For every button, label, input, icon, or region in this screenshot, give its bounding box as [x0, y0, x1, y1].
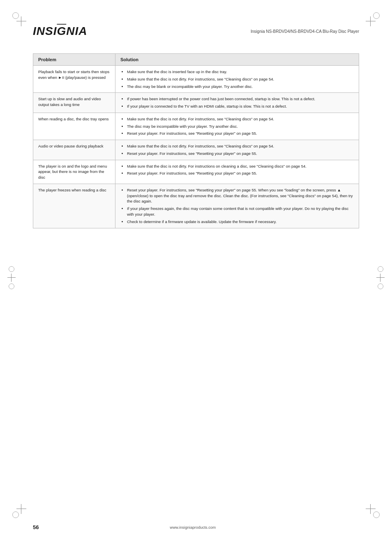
table-row: Playback fails to start or starts then s…	[33, 66, 359, 93]
side-dot-right-top	[378, 266, 383, 272]
solution-cell: Make sure that the disc is not dirty. Fo…	[115, 140, 359, 160]
side-dot-left-top	[9, 266, 14, 272]
side-cross-right	[376, 274, 385, 282]
side-dot-right-bottom	[378, 283, 383, 289]
list-item: If your player is connected to the TV wi…	[127, 104, 354, 109]
list-item: Reset your player. For instructions, see…	[127, 151, 354, 157]
header-subtitle: Insignia NS-BRDVD4/NS-BRDVD4-CA Blu-Ray …	[251, 29, 359, 34]
page-number: 56	[33, 524, 39, 530]
list-item: Make sure that the disc is not dirty. Fo…	[127, 76, 354, 82]
corner-circle-tr	[373, 12, 380, 19]
logo: INSIGNIA	[33, 25, 87, 38]
solution-list: Make sure that the disc is not dirty. Fo…	[120, 116, 354, 136]
solution-list: Reset your player. For instructions, see…	[120, 187, 354, 225]
table-row: Start up is slow and audio and video out…	[33, 93, 359, 113]
problem-cell: The player freezes when reading a disc	[33, 184, 115, 228]
problem-cell: The player is on and the logo and menu a…	[33, 160, 115, 184]
corner-circle-bl	[12, 511, 19, 518]
problem-cell: When reading a disc, the disc tray opens	[33, 113, 115, 140]
solution-cell: Reset your player. For instructions, see…	[115, 184, 359, 228]
problem-cell: Start up is slow and audio and video out…	[33, 93, 115, 113]
table-row: Audio or video pause during playbackMake…	[33, 140, 359, 160]
list-item: Reset your player. For instructions, see…	[127, 170, 354, 176]
list-item: Reset your player. For instructions, see…	[127, 187, 354, 204]
corner-circle-br	[373, 511, 380, 518]
solution-cell: Make sure that the disc is inserted face…	[115, 66, 359, 93]
list-item: Make sure that the disc is not dirty. Fo…	[127, 164, 354, 169]
side-dot-left-bottom	[9, 283, 14, 289]
list-item: The disc may be blank or incompatible wi…	[127, 84, 354, 90]
troubleshoot-table: Problem Solution Playback fails to start…	[33, 53, 359, 228]
col-solution-header: Solution	[115, 54, 359, 66]
table-row: The player is on and the logo and menu a…	[33, 160, 359, 184]
problem-cell: Audio or video pause during playback	[33, 140, 115, 160]
table-row: The player freezes when reading a discRe…	[33, 184, 359, 228]
list-item: Make sure that the disc is not dirty. Fo…	[127, 116, 354, 122]
list-item: Check to determine if a firmware update …	[127, 219, 354, 225]
list-item: Make sure that the disc is not dirty. Fo…	[127, 143, 354, 149]
list-item: The disc may be incompatible with your p…	[127, 124, 354, 129]
solution-list: Make sure that the disc is inserted face…	[120, 69, 354, 89]
problem-cell: Playback fails to start or starts then s…	[33, 66, 115, 93]
footer-url: www.insigniaproducts.com	[39, 525, 347, 530]
side-mark-right	[376, 266, 385, 289]
table-row: When reading a disc, the disc tray opens…	[33, 113, 359, 140]
page: INSIGNIA Insignia NS-BRDVD4/NS-BRDVD4-CA…	[0, 0, 392, 555]
header: INSIGNIA Insignia NS-BRDVD4/NS-BRDVD4-CA…	[33, 25, 359, 41]
list-item: Reset your player. For instructions, see…	[127, 131, 354, 136]
list-item: If power has been interrupted or the pow…	[127, 96, 354, 102]
side-mark-left	[7, 266, 16, 289]
footer: 56 www.insigniaproducts.com	[33, 524, 359, 530]
list-item: If your player freezes again, the disc m…	[127, 206, 354, 217]
solution-list: Make sure that the disc is not dirty. Fo…	[120, 143, 354, 157]
solution-cell: Make sure that the disc is not dirty. Fo…	[115, 160, 359, 184]
corner-circle-tl	[12, 12, 19, 19]
solution-cell: Make sure that the disc is not dirty. Fo…	[115, 113, 359, 140]
logo-overline: G	[57, 25, 66, 37]
list-item: Make sure that the disc is inserted face…	[127, 69, 354, 75]
col-problem-header: Problem	[33, 54, 115, 66]
table-header-row: Problem Solution	[33, 54, 359, 66]
solution-list: Make sure that the disc is not dirty. Fo…	[120, 164, 354, 177]
solution-list: If power has been interrupted or the pow…	[120, 96, 354, 109]
solution-cell: If power has been interrupted or the pow…	[115, 93, 359, 113]
side-cross-left	[7, 274, 16, 282]
